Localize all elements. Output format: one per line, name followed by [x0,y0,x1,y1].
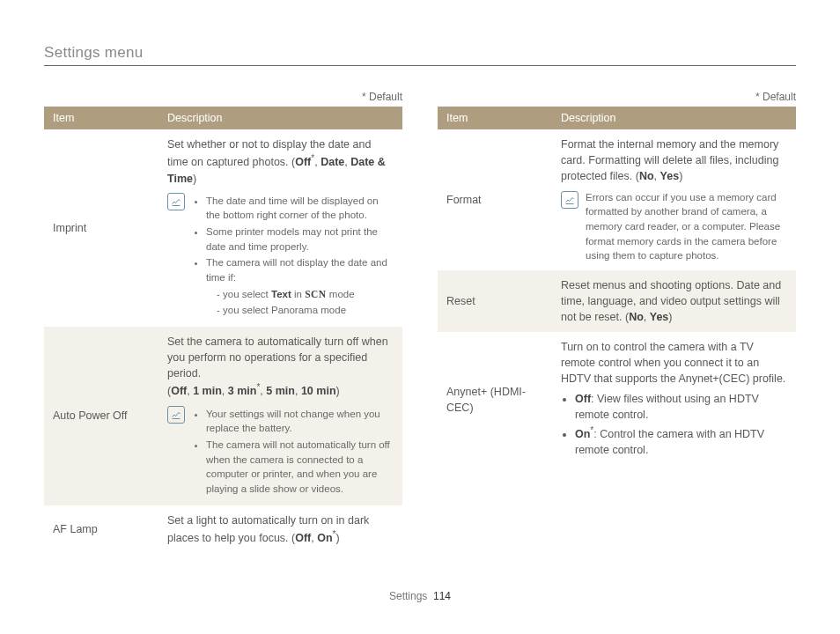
cell-desc: Reset menus and shooting options. Date a… [552,270,796,332]
note-icon [167,193,185,210]
option-date: Date [321,156,344,168]
sub-note: you select Text in SCN mode [217,287,394,302]
cell-item: Imprint [44,129,158,327]
note-item: Some printer models may not print the da… [206,225,394,254]
note-body: Errors can occur if you use a memory car… [586,190,787,263]
row-af-lamp: AF Lamp Set a light to automatically tur… [44,505,402,553]
cell-item: Reset [438,270,552,332]
cell-desc: Set the camera to automatically turn off… [158,327,402,505]
cell-item: Auto Power Off [44,327,158,505]
note-icon [561,191,578,209]
note-body: Your settings will not change when you r… [192,405,394,498]
option-off: Off: View files without using an HDTV re… [575,391,787,423]
row-anynet: Anynet+ (HDMI-CEC) Turn on to control th… [438,332,796,467]
table-header-row: Item Description [44,107,402,129]
table-header-row: Item Description [438,107,796,129]
cell-desc: Set a light to automatically turn on in … [158,505,402,553]
cell-item: Format [438,129,552,270]
text: Set the camera to automatically turn off… [167,334,394,381]
left-table: Item Description Imprint Set whether or … [44,107,402,553]
content-columns: * Default Item Description Imprint Set w… [44,91,796,553]
option-off: Off [295,156,311,168]
note-box: The date and time will be displayed on t… [167,192,394,320]
header-description: Description [158,107,402,129]
header-item: Item [44,107,158,129]
text: Reset menus and shooting options. Date a… [561,279,781,323]
cell-desc: Format the internal memory and the memor… [552,129,796,270]
text: Turn on to control the camera with a TV … [561,339,787,387]
note-item: The camera will not display the date and… [206,255,394,318]
note-icon [167,406,185,424]
right-table: Item Description Format Format the inter… [438,107,796,467]
right-column: * Default Item Description Format Format… [438,91,796,553]
cell-desc: Set whether or not to display the date a… [158,129,402,327]
page-number: 114 [433,590,451,602]
sub-note: you select Panorama mode [217,303,394,318]
text: Set a light to automatically turn on in … [167,514,369,544]
note-item: Your settings will not change when you r… [206,407,394,436]
note-box: Your settings will not change when you r… [167,405,394,498]
scn-mode-label: SCN [305,289,327,299]
default-marker-left: * Default [44,91,402,103]
options-line: (Off, 1 min, 3 min*, 5 min, 10 min) [167,381,394,399]
cell-item: Anynet+ (HDMI-CEC) [438,332,552,467]
header-item: Item [438,107,552,129]
row-auto-power-off: Auto Power Off Set the camera to automat… [44,327,402,505]
note-body: The date and time will be displayed on t… [192,192,394,320]
row-reset: Reset Reset menus and shooting options. … [438,270,796,332]
note-box: Errors can occur if you use a memory car… [561,190,787,263]
note-item: The camera will not automatically turn o… [206,438,394,497]
page-title: Settings menu [44,44,796,66]
note-item: The date and time will be displayed on t… [206,194,394,223]
cell-desc: Turn on to control the camera with a TV … [552,332,796,467]
page-footer: Settings 114 [0,590,840,602]
header-description: Description [552,107,796,129]
default-marker-right: * Default [438,91,796,103]
option-on: On*: Control the camera with an HDTV rem… [575,424,787,458]
text: The camera will not display the date and… [206,257,387,283]
cell-item: AF Lamp [44,505,158,553]
row-format: Format Format the internal memory and th… [438,129,796,270]
left-column: * Default Item Description Imprint Set w… [44,91,402,553]
row-imprint: Imprint Set whether or not to display th… [44,129,402,327]
footer-section: Settings [389,590,427,602]
